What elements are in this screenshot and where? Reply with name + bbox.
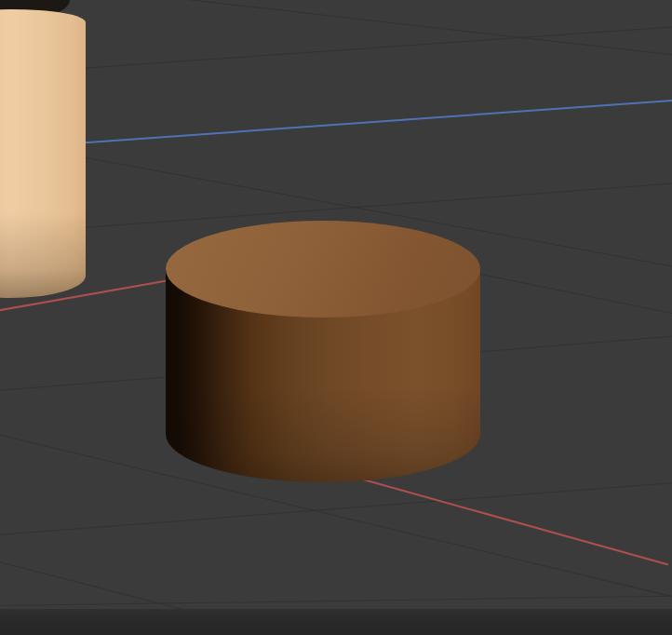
viewport-3d[interactable] <box>0 0 672 635</box>
grid-line <box>0 596 672 606</box>
tan-cylinder-body <box>0 9 86 298</box>
blue-axis-line <box>0 100 672 150</box>
grid-line <box>0 25 672 75</box>
brown-cylinder-object[interactable] <box>166 221 480 482</box>
brown-cylinder-top-face <box>166 221 480 318</box>
tan-cylinder-object[interactable] <box>0 0 88 307</box>
red-axis-line-right <box>356 477 669 566</box>
grid-line <box>0 481 672 536</box>
grid-line <box>130 0 672 67</box>
floor-fade-band <box>0 609 672 635</box>
